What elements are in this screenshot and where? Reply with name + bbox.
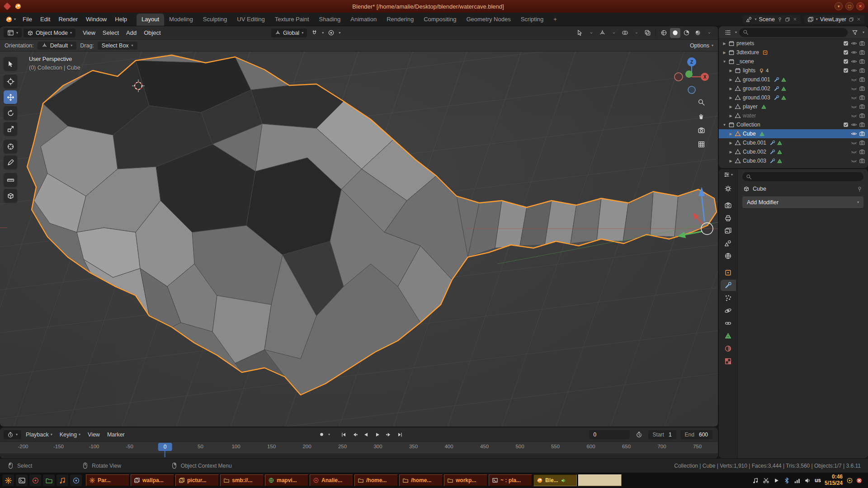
shading-wireframe[interactable] xyxy=(659,28,669,38)
viewport-menu-add[interactable]: Add xyxy=(123,28,140,38)
toggle-eyeC[interactable] xyxy=(851,149,857,155)
toggle-eyeC[interactable] xyxy=(851,103,857,110)
outliner-row-cube-003[interactable]: ▶Cube.003 xyxy=(719,156,868,165)
xray-toggle[interactable] xyxy=(642,28,653,38)
toggle-eyeC[interactable] xyxy=(851,85,857,92)
taskbar-window-par[interactable]: Par... xyxy=(86,474,129,486)
tray-bluetooth[interactable] xyxy=(783,477,790,484)
selectability-toggle[interactable] xyxy=(575,28,585,38)
taskbar-window-home[interactable]: /home... xyxy=(354,474,398,486)
shading-rendered[interactable] xyxy=(693,28,703,38)
proportional-dropdown[interactable]: ▾ xyxy=(339,31,340,35)
snap-dropdown[interactable]: ▾ xyxy=(322,31,324,35)
breadcrumb-object-name[interactable]: Cube xyxy=(753,186,766,192)
properties-tab-view-layer[interactable] xyxy=(721,225,736,236)
outliner-row-player[interactable]: ▶player xyxy=(719,102,868,111)
outliner-row-ground-001[interactable]: ▶ground.001 xyxy=(719,75,868,84)
gizmos-toggle[interactable] xyxy=(597,28,608,38)
toggle-eyeC[interactable] xyxy=(851,94,857,101)
toggle-chk[interactable] xyxy=(843,49,849,56)
toggle-cam[interactable] xyxy=(859,49,865,56)
tool-move[interactable] xyxy=(4,90,17,104)
window-shade-button[interactable]: ▾ xyxy=(835,2,843,10)
menu-help[interactable]: Help xyxy=(111,14,131,24)
menu-file[interactable]: File xyxy=(19,14,36,24)
taskbar-window-wallpa[interactable]: wallpa... xyxy=(131,474,174,486)
toggle-cam[interactable] xyxy=(859,140,865,146)
properties-editor-type-button[interactable]: ▾ xyxy=(723,171,733,178)
transform-orientation-dropdown[interactable]: Global▾ xyxy=(271,28,307,38)
viewport-canvas[interactable]: User Perspective (0) Collection | Cube xyxy=(0,52,718,427)
viewport-menu-object[interactable]: Object xyxy=(140,28,165,38)
toggle-cam[interactable] xyxy=(859,40,865,47)
outliner-filter-button[interactable] xyxy=(850,28,860,38)
taskbar-window-pla[interactable]: ~ : pla... xyxy=(489,474,532,486)
taskbar-window-smb[interactable]: smb://... xyxy=(220,474,264,486)
properties-tab-render[interactable] xyxy=(721,200,736,211)
properties-tab-data[interactable] xyxy=(721,330,736,342)
shading-material[interactable] xyxy=(681,28,692,38)
previous-keyframe-button[interactable] xyxy=(349,430,360,440)
expand-arrow-icon[interactable]: ▶ xyxy=(722,51,727,55)
workspace-tab-layout[interactable]: Layout xyxy=(137,14,164,26)
properties-tab-tool[interactable] xyxy=(721,183,736,194)
launcher-menu[interactable] xyxy=(2,474,14,486)
shading-solid[interactable] xyxy=(670,28,680,38)
tool-add-cube[interactable] xyxy=(4,189,17,202)
playhead[interactable]: 0 xyxy=(158,443,172,451)
tool-annotate[interactable] xyxy=(4,155,17,169)
axis-neg-z[interactable] xyxy=(688,86,695,94)
toggle-eye[interactable] xyxy=(851,58,857,65)
properties-tab-modifiers[interactable] xyxy=(721,280,736,291)
workspace-tab-sculpting[interactable]: Sculpting xyxy=(198,14,232,26)
expand-arrow-icon[interactable]: ▶ xyxy=(728,96,734,100)
tool-cursor[interactable] xyxy=(4,75,17,88)
orientation-dropdown[interactable]: Default▾ xyxy=(38,42,77,50)
outliner-row-scene[interactable]: ▼_scene xyxy=(719,57,868,66)
toggle-cam[interactable] xyxy=(859,122,865,128)
workspace-tab-scripting[interactable]: Scripting xyxy=(516,14,549,26)
expand-arrow-icon[interactable]: ▶ xyxy=(728,87,734,91)
properties-tab-texture[interactable] xyxy=(721,356,736,367)
properties-tab-physics[interactable] xyxy=(721,305,736,316)
toggle-chk[interactable] xyxy=(843,67,849,74)
workspace-tab-compositing[interactable]: Compositing xyxy=(419,14,461,26)
options-dropdown[interactable]: Options▾ xyxy=(690,42,713,49)
overlays-dropdown[interactable] xyxy=(631,28,642,38)
tool-transform[interactable] xyxy=(4,140,17,153)
proportional-editing-toggle[interactable] xyxy=(326,28,336,38)
jump-to-end-button[interactable] xyxy=(395,430,405,440)
workspace-tab-geometry-nodes[interactable]: Geometry Nodes xyxy=(461,14,515,26)
mode-dropdown[interactable]: Object Mode▾ xyxy=(24,28,75,38)
tray-session[interactable] xyxy=(846,477,853,484)
expand-arrow-icon[interactable]: ▶ xyxy=(728,105,734,109)
axis-y[interactable] xyxy=(685,70,693,78)
keyboard-layout[interactable]: us xyxy=(815,477,821,483)
menu-window[interactable]: Window xyxy=(82,14,111,24)
expand-arrow-icon[interactable]: ▶ xyxy=(728,78,734,82)
expand-arrow-icon[interactable]: ▶ xyxy=(728,69,734,73)
outliner-row-lights[interactable]: ▶lights4 xyxy=(719,66,868,75)
next-keyframe-button[interactable] xyxy=(383,430,394,440)
outliner-row-water[interactable]: ▶water xyxy=(719,111,868,120)
timeline-menu-playback[interactable]: Playback▾ xyxy=(22,430,56,440)
launcher-files[interactable] xyxy=(43,474,55,486)
workspace-tab-animation[interactable]: Animation xyxy=(345,14,382,26)
workspace-tab-rendering[interactable]: Rendering xyxy=(382,14,419,26)
viewport-menu-view[interactable]: View xyxy=(79,28,99,38)
toggle-cam[interactable] xyxy=(859,103,865,110)
toggle-eye[interactable] xyxy=(851,67,857,74)
launcher-settings[interactable] xyxy=(70,474,82,486)
launcher-terminal[interactable] xyxy=(16,474,28,486)
outliner-editor-type-button[interactable] xyxy=(722,28,733,38)
blender-app-menu[interactable]: ▾ xyxy=(3,16,19,23)
taskbar-window-workp[interactable]: workp... xyxy=(444,474,487,486)
toggle-eyeC[interactable] xyxy=(851,140,857,146)
tray-network[interactable] xyxy=(794,477,801,484)
viewlayer-selector[interactable]: ▾ ViewLayer xyxy=(804,15,864,24)
tool-measure[interactable] xyxy=(4,173,17,187)
outliner-row-cube-002[interactable]: ▶Cube.002 xyxy=(719,147,868,156)
gizmos-dropdown[interactable] xyxy=(609,28,619,38)
toggle-eye[interactable] xyxy=(851,49,857,56)
toggle-eyeC[interactable] xyxy=(851,76,857,83)
